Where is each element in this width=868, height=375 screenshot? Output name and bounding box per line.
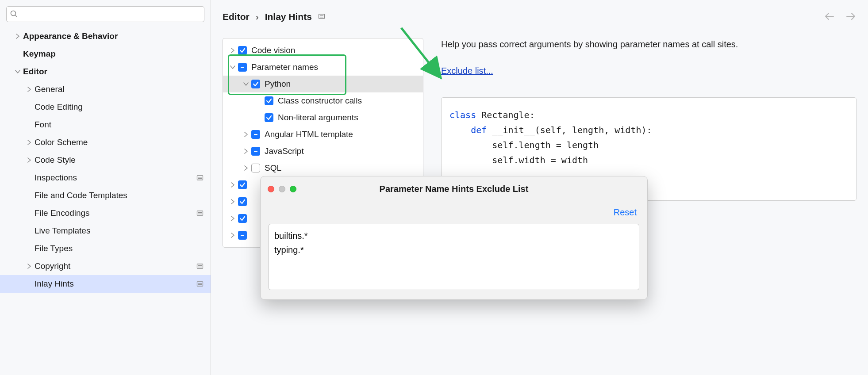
chevron-right-icon: [241, 132, 251, 137]
checkbox[interactable]: [238, 63, 247, 72]
sidebar-item-label: File Encodings: [35, 208, 196, 218]
chevron-right-icon: [241, 165, 251, 171]
svg-rect-12: [198, 283, 202, 283]
checkbox[interactable]: [238, 214, 247, 223]
exclude-list-textarea[interactable]: [269, 224, 639, 290]
checkbox[interactable]: [238, 197, 247, 206]
overflow-icon: [196, 280, 204, 287]
sidebar-item-general[interactable]: General: [0, 80, 211, 98]
overflow-icon: [196, 210, 204, 217]
sidebar-item-file-types[interactable]: File Types: [0, 240, 211, 257]
checkbox[interactable]: [251, 147, 260, 156]
tree-row-label: Non-literal arguments: [278, 113, 358, 122]
chevron-right-icon: [24, 87, 35, 92]
breadcrumb: Editor › Inlay Hints: [223, 11, 856, 22]
svg-rect-3: [198, 177, 202, 177]
exclude-list-dialog: Parameter Name Hints Exclude List Reset: [260, 176, 648, 300]
tree-row-javascript[interactable]: JavaScript: [223, 143, 423, 160]
sidebar-item-file-encodings[interactable]: File Encodings: [0, 204, 211, 222]
sidebar-item-editor[interactable]: Editor: [0, 63, 211, 80]
sidebar-item-inspections[interactable]: Inspections: [0, 169, 211, 187]
tree-row-code-vision[interactable]: Code vision: [223, 42, 423, 59]
svg-rect-9: [198, 265, 202, 266]
tree-row-parameter-names[interactable]: Parameter names: [223, 59, 423, 76]
dialog-title: Parameter Name Hints Exclude List: [261, 184, 647, 194]
svg-rect-4: [198, 178, 202, 179]
sidebar-item-label: Code Editing: [35, 102, 211, 112]
sidebar-item-live-templates[interactable]: Live Templates: [0, 222, 211, 240]
svg-rect-14: [319, 14, 324, 19]
sidebar-item-label: Color Scheme: [35, 138, 211, 147]
svg-rect-10: [198, 267, 202, 267]
tree-row-label: Class constructor calls: [278, 96, 362, 106]
sidebar-item-label: Live Templates: [35, 226, 211, 236]
tree-row-label: Code vision: [251, 46, 295, 55]
back-arrow-icon[interactable]: [825, 12, 834, 23]
svg-rect-11: [197, 282, 203, 286]
dialog-titlebar: Parameter Name Hints Exclude List: [261, 176, 647, 201]
checkbox[interactable]: [238, 180, 247, 189]
breadcrumb-separator: ›: [256, 11, 259, 22]
breadcrumb-inlay-hints: Inlay Hints: [265, 11, 312, 22]
sidebar-item-label: File Types: [35, 244, 211, 253]
chevron-right-icon: [12, 34, 23, 39]
svg-rect-18: [254, 134, 257, 135]
checkbox[interactable]: [238, 46, 247, 55]
checkbox[interactable]: [265, 113, 273, 122]
chevron-right-icon: [227, 199, 238, 204]
sidebar-item-inlay-hints[interactable]: Inlay Hints: [0, 275, 211, 293]
checkbox[interactable]: [238, 231, 247, 240]
exclude-list-link[interactable]: Exclude list...: [441, 66, 493, 76]
chevron-down-icon: [12, 69, 23, 74]
svg-rect-20: [241, 235, 244, 236]
tree-row-label: Python: [265, 79, 291, 89]
sidebar-item-keymap[interactable]: Keymap: [0, 45, 211, 63]
checkbox[interactable]: [251, 130, 260, 139]
svg-rect-16: [320, 17, 323, 17]
svg-rect-13: [198, 284, 202, 285]
sidebar-item-code-editing[interactable]: Code Editing: [0, 98, 211, 116]
settings-sidebar: Appearance & BehaviorKeymapEditorGeneral…: [0, 0, 211, 375]
chevron-right-icon: [24, 157, 35, 163]
sidebar-item-label: Editor: [23, 67, 211, 77]
sidebar-item-label: Keymap: [23, 49, 211, 59]
svg-rect-8: [197, 264, 203, 268]
svg-rect-5: [197, 211, 203, 215]
search-input[interactable]: [6, 6, 204, 22]
tree-row-non-literal-arguments[interactable]: Non-literal arguments: [223, 109, 423, 126]
forward-arrow-icon[interactable]: [846, 12, 856, 23]
sidebar-item-code-style[interactable]: Code Style: [0, 151, 211, 169]
close-icon[interactable]: [268, 186, 274, 192]
sidebar-item-label: Appearance & Behavior: [23, 31, 211, 41]
sidebar-item-font[interactable]: Font: [0, 116, 211, 134]
checkbox[interactable]: [265, 96, 273, 105]
svg-rect-6: [198, 212, 202, 213]
search-container: [0, 6, 211, 27]
checkbox[interactable]: [251, 80, 260, 88]
tree-row-python[interactable]: Python: [223, 76, 423, 92]
chevron-right-icon: [241, 149, 251, 154]
sidebar-item-appearance-behavior[interactable]: Appearance & Behavior: [0, 27, 211, 45]
maximize-icon[interactable]: [290, 186, 296, 192]
window-controls: [268, 186, 296, 192]
chevron-right-icon: [24, 264, 35, 269]
chevron-right-icon: [227, 182, 238, 188]
chevron-right-icon: [227, 216, 238, 221]
reset-link[interactable]: Reset: [269, 207, 639, 218]
tree-row-label: Angular HTML template: [265, 130, 353, 139]
tree-row-sql[interactable]: SQL: [223, 160, 423, 176]
tree-row-angular-html-template[interactable]: Angular HTML template: [223, 126, 423, 143]
chevron-down-icon: [241, 81, 251, 87]
help-text: Help you pass correct arguments by showi…: [441, 38, 856, 51]
breadcrumb-editor[interactable]: Editor: [223, 11, 250, 22]
chevron-down-icon: [227, 65, 238, 70]
sidebar-item-file-and-code-templates[interactable]: File and Code Templates: [0, 187, 211, 204]
sidebar-item-label: Inspections: [35, 173, 196, 183]
sidebar-item-label: Font: [35, 120, 211, 130]
sidebar-item-color-scheme[interactable]: Color Scheme: [0, 134, 211, 151]
sidebar-item-copyright[interactable]: Copyright: [0, 257, 211, 275]
checkbox[interactable]: [251, 164, 260, 172]
tree-row-class-constructor-calls[interactable]: Class constructor calls: [223, 92, 423, 109]
svg-rect-7: [198, 214, 202, 214]
tree-row-label: JavaScript: [265, 146, 304, 156]
